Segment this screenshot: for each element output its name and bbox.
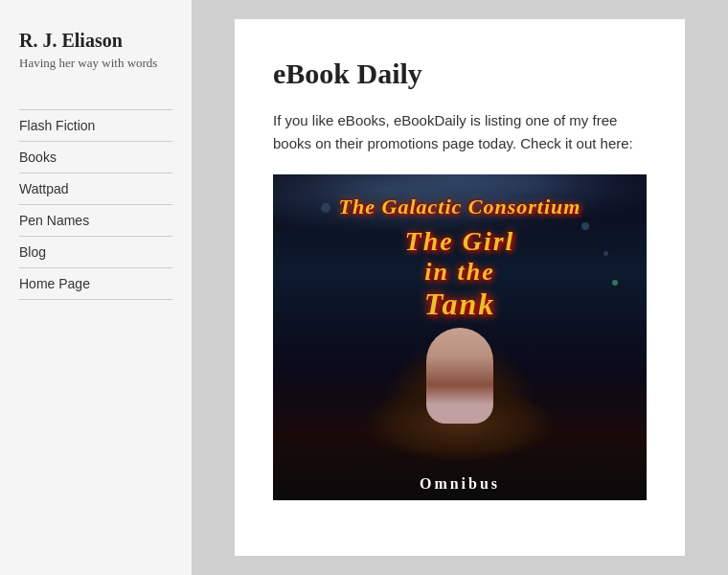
main-wrapper: eBook Daily If you like eBooks, eBookDai… xyxy=(192,0,728,575)
book-title-line1: The Galactic Consortium xyxy=(339,194,581,221)
sidebar-nav-link[interactable]: Wattpad xyxy=(19,173,172,204)
bubble-decoration xyxy=(612,280,618,286)
site-title: R. J. Eliason xyxy=(19,29,172,52)
bubble-decoration xyxy=(581,222,589,230)
sidebar-nav-link[interactable]: Home Page xyxy=(19,268,172,299)
book-cover[interactable]: The Galactic Consortium The Girl in the … xyxy=(273,174,647,500)
intro-text: If you like eBooks, eBookDaily is listin… xyxy=(273,109,647,155)
book-title-line3: in the xyxy=(424,257,494,287)
sidebar-nav-link[interactable]: Blog xyxy=(19,237,172,267)
page-title: eBook Daily xyxy=(273,58,647,90)
sidebar-nav-link[interactable]: Books xyxy=(19,142,172,172)
body-decoration xyxy=(426,328,493,424)
content-card: eBook Daily If you like eBooks, eBookDai… xyxy=(235,19,685,556)
sidebar-nav: Flash FictionBooksWattpadPen NamesBlogHo… xyxy=(19,100,172,300)
book-figure xyxy=(364,299,556,472)
sidebar-nav-link[interactable]: Pen Names xyxy=(19,205,172,236)
omnibus-label: Omnibus xyxy=(420,475,500,493)
sidebar: R. J. Eliason Having her way with words … xyxy=(0,0,192,575)
book-title-line2: The Girl xyxy=(405,225,515,258)
bubble-decoration xyxy=(321,203,330,213)
sidebar-nav-link[interactable]: Flash Fiction xyxy=(19,110,172,141)
site-tagline: Having her way with words xyxy=(19,56,172,71)
bubble-decoration xyxy=(603,251,608,256)
